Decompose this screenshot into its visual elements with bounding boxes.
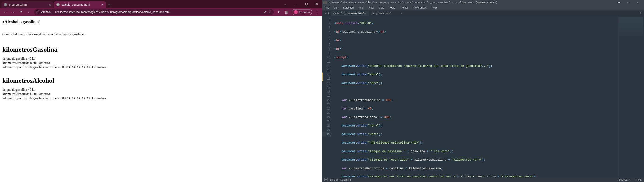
menu-icon[interactable]: ⋮ [314,9,320,15]
close-icon[interactable]: ✕ [312,0,322,8]
section1-line3: kilometros por litro de gasolina recorri… [2,65,320,69]
menu-view[interactable]: View [366,6,376,10]
tab-close-icon[interactable]: × [364,12,366,15]
panel-switcher-icon[interactable]: ▭ [324,178,328,181]
sublime-logo-icon [324,1,327,4]
sublime-title: C:\Users\skate\Documents\logica de progr… [329,1,498,4]
indent-setting[interactable]: Spaces: 4 [619,178,630,181]
close-icon[interactable]: ✕ [633,0,642,5]
minimize-icon[interactable]: — [291,0,301,8]
browser-titlebar: ◌ programa.html ✕ ◌ calculo_consumo.html… [0,0,322,8]
sublime-window: C:\Users\skate\Documents\logica de progr… [322,0,644,182]
urlbar-right-icons: ↗ ☆ [264,11,271,14]
new-tab-button[interactable]: ＋ [106,2,113,8]
line-gutter: 1234 5678 9101112 13141516 17181920 2122… [322,16,333,177]
sublime-titlebar: C:\Users\skate\Documents\logica de progr… [322,0,644,5]
section2-heading: kilometrosAlcohol [2,77,320,84]
statusbar: ▭ Line 28, Column 1 Spaces: 4 HTML [322,177,644,182]
info-icon[interactable]: ⓘ [36,10,39,14]
url-text: C:/Users/skate/Documents/logica%20de%20p… [55,11,170,14]
tab-close-icon[interactable]: ✕ [101,3,104,7]
menu-find[interactable]: Find [356,6,365,10]
code-editor[interactable]: <meta charset="UTF-8"> <h3>¿Alcohol o ga… [333,16,618,177]
tab-scroll-left-icon[interactable]: ◀ [324,10,327,16]
share-icon[interactable]: ↗ [264,11,266,14]
menu-preferences[interactable]: Preferences [411,6,428,10]
browser-tabs: ◌ programa.html ✕ ◌ calculo_consumo.html… [0,0,113,8]
section2-line2: kilometros recorridos300kilometros [2,92,320,96]
favicon-icon: ◌ [56,3,60,7]
menu-project[interactable]: Project [398,6,410,10]
browser-window: ◌ programa.html ✕ ◌ calculo_consumo.html… [0,0,322,182]
favicon-icon: ◌ [4,3,7,7]
home-icon[interactable]: ⌂ [26,9,32,15]
maximize-icon[interactable]: ▢ [624,0,633,5]
browser-tab-programa[interactable]: ◌ programa.html ✕ [2,2,54,8]
menu-selection[interactable]: Selection [341,6,356,10]
editor-tab-title: programa.html [372,12,392,15]
section1-line2: kilometros recorridos480kilometros [2,61,320,65]
editor-tab-programa[interactable]: programa.html × [369,11,405,16]
editor-tab-title: calculo_consumo.html [333,12,364,15]
reload-icon[interactable]: ⟳ [18,9,24,15]
back-icon[interactable]: ← [2,9,8,15]
browser-toolbar: ← → ⟳ ⌂ ⓘ Archivo | C:/Users/skate/Docum… [0,8,322,16]
minimize-icon[interactable]: — [614,0,624,5]
address-bar[interactable]: ⓘ Archivo | C:/Users/skate/Documents/log… [34,9,274,15]
tab-title: programa.html [9,3,27,7]
sublime-menubar: File Edit Selection Find View Goto Tools… [322,5,644,10]
section1-heading: kilometrosGasolina [2,46,320,53]
forward-icon[interactable]: → [10,9,16,15]
star-icon[interactable]: ☆ [268,11,271,14]
section2-line3: kilometros por litro de gasolina recorri… [2,96,320,100]
menu-edit[interactable]: Edit [332,6,340,10]
tab-title: calculo_consumo.html [62,3,90,7]
cursor-position[interactable]: Line 28, Column 1 [330,178,351,181]
page-heading: ¿Alcohol o gasolina? [2,20,320,25]
editor-area: 1234 5678 9101112 13141516 17181920 2122… [322,16,644,177]
tab-overview-icon[interactable]: ⌄ [280,0,291,8]
page-content: ¿Alcohol o gasolina? cuántos kilómetros … [0,16,322,182]
menu-goto[interactable]: Goto [377,6,386,10]
page-question: cuántos kilómetros recorre el carro por … [2,33,320,36]
browser-tab-calculo[interactable]: ◌ calculo_consumo.html ✕ [54,2,106,8]
profile-label: En pausa [299,11,310,14]
section1-line1: tanque de gasolina 40 lts [2,57,320,61]
new-editor-tab-icon[interactable]: ＋ [639,11,642,15]
editor-tab-calculo[interactable]: calculo_consumo.html × [331,11,369,16]
apps-icon[interactable]: ▦ [284,9,290,15]
menu-file[interactable]: File [323,6,331,10]
extensions-icon[interactable]: ✦ [276,9,282,15]
menu-help[interactable]: Help [430,6,439,10]
tab-close-icon[interactable]: × [400,12,402,15]
avatar-icon [294,10,298,14]
tab-scroll-right-icon[interactable]: ▶ [327,10,331,16]
section2-line1: tanque de gasolina 40 lts [2,88,320,92]
syntax-setting[interactable]: HTML [634,178,642,181]
profile-chip[interactable]: En pausa [292,9,312,15]
minimap[interactable] [618,16,644,177]
menu-tools[interactable]: Tools [387,6,397,10]
sublime-tabbar: ◀ ▶ calculo_consumo.html × programa.html… [322,10,644,16]
maximize-icon[interactable]: ▢ [301,0,312,8]
minimap-viewport[interactable] [620,17,643,36]
browser-window-controls: ⌄ — ▢ ✕ [280,0,322,8]
tab-close-icon[interactable]: ✕ [49,3,51,7]
url-scheme-label: Archivo [41,11,51,14]
